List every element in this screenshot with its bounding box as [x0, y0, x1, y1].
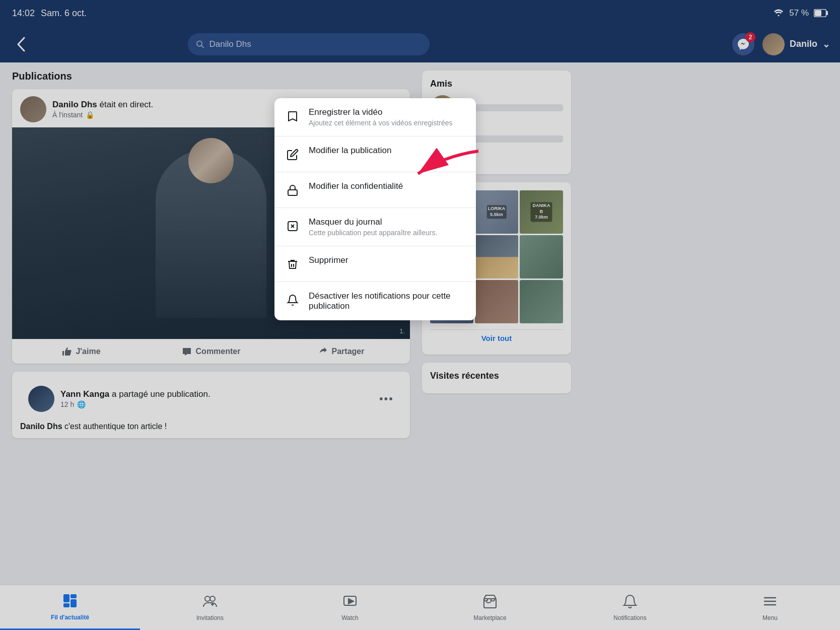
lock-icon	[285, 182, 301, 198]
post-options-menu: Enregistrer la vidéo Ajoutez cet élément…	[274, 98, 476, 320]
disable-notif-label: Désactiver les notifications pour cette …	[309, 291, 466, 311]
hide-sublabel: Cette publication peut apparaître ailleu…	[309, 229, 466, 237]
save-video-label: Enregistrer la vidéo	[309, 107, 466, 117]
trash-icon	[285, 256, 301, 272]
bell-icon	[285, 292, 301, 308]
menu-text-privacy: Modifier la confidentialité	[309, 181, 466, 191]
edit-post-label: Modifier la publication	[309, 146, 466, 156]
menu-item-edit-post[interactable]: Modifier la publication	[274, 136, 476, 172]
menu-text-save-video: Enregistrer la vidéo Ajoutez cet élément…	[309, 107, 466, 127]
menu-item-disable-notif[interactable]: Désactiver les notifications pour cette …	[274, 282, 476, 320]
menu-text-hide: Masquer du journal Cette publication peu…	[309, 217, 466, 237]
eye-slash-icon	[285, 218, 301, 234]
menu-text-disable-notif: Désactiver les notifications pour cette …	[309, 291, 466, 311]
hide-label: Masquer du journal	[309, 217, 466, 227]
bookmark-icon	[285, 108, 301, 124]
menu-item-privacy[interactable]: Modifier la confidentialité	[274, 172, 476, 208]
save-video-sublabel: Ajoutez cet élément à vos vidéos enregis…	[309, 119, 466, 127]
pencil-icon	[285, 147, 301, 163]
menu-item-save-video[interactable]: Enregistrer la vidéo Ajoutez cet élément…	[274, 98, 476, 136]
menu-text-delete: Supprimer	[309, 255, 466, 265]
menu-item-delete[interactable]: Supprimer	[274, 246, 476, 282]
menu-item-hide[interactable]: Masquer du journal Cette publication peu…	[274, 208, 476, 246]
menu-text-edit-post: Modifier la publication	[309, 146, 466, 156]
svg-rect-4	[288, 190, 297, 195]
delete-label: Supprimer	[309, 255, 466, 265]
privacy-label: Modifier la confidentialité	[309, 181, 466, 191]
